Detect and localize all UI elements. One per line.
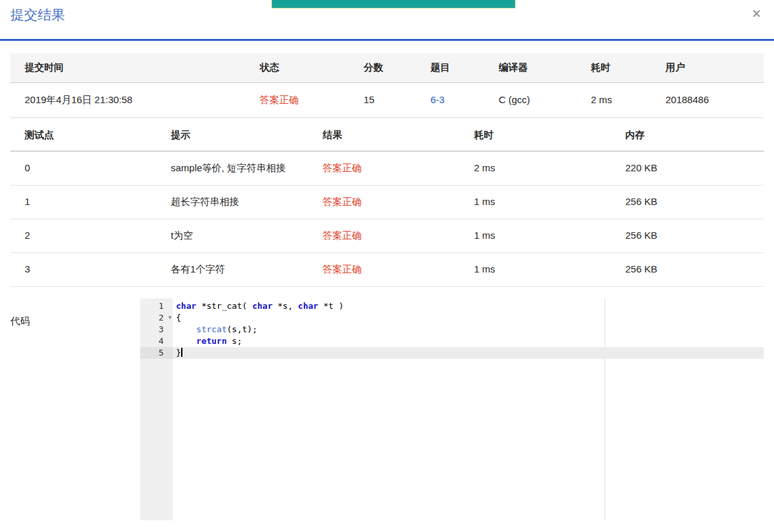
submission-summary-table: 提交时间 状态 分数 题目 编译器 耗时 用户 2019年4月16日 21:30… xyxy=(10,53,764,118)
cell-result: 答案正确 xyxy=(308,253,460,286)
gutter-line-number: 3 xyxy=(140,324,173,335)
gutter-line-number: 5 xyxy=(140,347,173,359)
cell-hint: sample等价, 短字符串相接 xyxy=(156,152,308,185)
testcase-header-row: 测试点 提示 结果 耗时 内存 xyxy=(10,120,764,152)
cell-duration: 2 ms xyxy=(577,83,651,117)
page-title: 提交结果 xyxy=(10,6,65,23)
col-header-user: 用户 xyxy=(651,53,764,82)
fold-toggle-icon[interactable]: ▼ xyxy=(168,312,171,324)
code-line: } xyxy=(173,347,764,359)
col-header-compiler: 编译器 xyxy=(484,53,577,82)
cell-duration: 2 ms xyxy=(460,152,611,185)
cell-testpoint: 3 xyxy=(10,253,156,286)
code-editor[interactable]: 12▼345 char *str_cat( char *s, char *t )… xyxy=(140,298,764,520)
cell-hint: t为空 xyxy=(156,219,308,252)
code-label: 代码 xyxy=(10,298,140,520)
col-header-submit-time: 提交时间 xyxy=(10,53,245,82)
cell-testpoint: 2 xyxy=(10,219,156,252)
cell-memory: 256 KB xyxy=(611,219,764,252)
cell-result: 答案正确 xyxy=(308,219,460,252)
cell-duration: 1 ms xyxy=(460,253,611,286)
cell-duration: 1 ms xyxy=(460,219,611,252)
col-header-memory: 内存 xyxy=(611,120,764,151)
cell-memory: 256 KB xyxy=(611,253,764,286)
editor-gutter: 12▼345 xyxy=(140,298,173,520)
table-row: 2t为空答案正确1 ms256 KB xyxy=(10,219,764,253)
toast-progress-bar xyxy=(271,0,516,8)
cell-status: 答案正确 xyxy=(245,83,349,117)
modal-body: 提交时间 状态 分数 题目 编译器 耗时 用户 2019年4月16日 21:30… xyxy=(0,53,774,520)
gutter-line-number: 1 xyxy=(140,300,173,312)
col-header-hint: 提示 xyxy=(156,120,308,151)
summary-header-row: 提交时间 状态 分数 题目 编译器 耗时 用户 xyxy=(10,53,764,83)
cell-problem: 6-3 xyxy=(416,83,484,117)
close-icon[interactable]: × xyxy=(749,6,764,21)
cell-testpoint: 1 xyxy=(10,186,156,219)
col-header-result: 结果 xyxy=(308,120,460,151)
cell-hint: 各有1个字符 xyxy=(156,253,308,286)
code-line: char *str_cat( char *s, char *t ) xyxy=(173,300,764,312)
table-row: 0sample等价, 短字符串相接答案正确2 ms220 KB xyxy=(10,152,764,186)
cell-duration: 1 ms xyxy=(460,186,611,219)
gutter-line-number: 4 xyxy=(140,335,173,347)
code-section: 代码 12▼345 char *str_cat( char *s, char *… xyxy=(10,298,764,520)
code-line: { xyxy=(173,312,764,324)
cell-testpoint: 0 xyxy=(10,152,156,185)
code-line: return s; xyxy=(173,335,764,347)
cell-hint: 超长字符串相接 xyxy=(156,186,308,219)
col-header-score: 分数 xyxy=(349,53,416,82)
cell-memory: 256 KB xyxy=(611,186,764,219)
cell-user: 20188486 xyxy=(651,83,764,117)
testcase-table: 测试点 提示 结果 耗时 内存 0sample等价, 短字符串相接答案正确2 m… xyxy=(10,120,764,287)
cell-result: 答案正确 xyxy=(308,152,460,185)
cell-score: 15 xyxy=(349,83,416,117)
col-header-duration: 耗时 xyxy=(577,53,651,82)
table-row: 1超长字符串相接答案正确1 ms256 KB xyxy=(10,186,764,219)
summary-data-row: 2019年4月16日 21:30:58 答案正确 15 6-3 C (gcc) … xyxy=(10,83,764,118)
col-header-status: 状态 xyxy=(245,53,349,82)
editor-content: char *str_cat( char *s, char *t ){ strca… xyxy=(173,298,764,359)
col-header-problem: 题目 xyxy=(416,53,484,82)
cell-compiler: C (gcc) xyxy=(484,83,577,117)
problem-link[interactable]: 6-3 xyxy=(431,94,445,105)
gutter-line-number: 2▼ xyxy=(140,312,173,324)
cell-result: 答案正确 xyxy=(308,186,460,219)
text-cursor xyxy=(181,348,182,357)
col-header-duration: 耗时 xyxy=(460,120,611,151)
col-header-testpoint: 测试点 xyxy=(10,120,156,151)
cell-memory: 220 KB xyxy=(611,152,764,185)
cell-submit-time: 2019年4月16日 21:30:58 xyxy=(10,83,245,117)
table-row: 3各有1个字符答案正确1 ms256 KB xyxy=(10,253,764,287)
code-line: strcat(s,t); xyxy=(173,324,764,335)
testcase-rows: 0sample等价, 短字符串相接答案正确2 ms220 KB1超长字符串相接答… xyxy=(10,152,764,287)
